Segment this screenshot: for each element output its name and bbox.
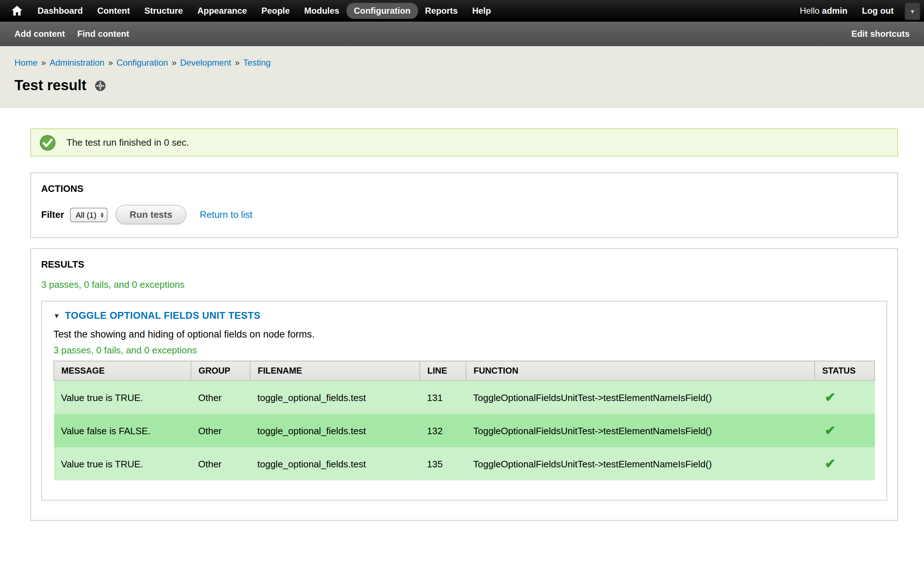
breadcrumb-separator: » bbox=[172, 58, 176, 68]
status-message: The test run finished in 0 sec. bbox=[30, 128, 898, 156]
select-down-arrow: ▼ bbox=[100, 215, 104, 218]
breadcrumb: Home»Administration»Configuration»Develo… bbox=[15, 58, 909, 68]
edit-shortcuts-link[interactable]: Edit shortcuts bbox=[851, 29, 909, 39]
results-table: MESSAGEGROUPFILENAMELINEFUNCTIONSTATUS V… bbox=[53, 361, 875, 480]
test-group-title[interactable]: TOGGLE OPTIONAL FIELDS UNIT TESTS bbox=[65, 310, 261, 321]
page-title-row: Test result bbox=[15, 77, 909, 94]
breadcrumb-link-configuration[interactable]: Configuration bbox=[116, 58, 168, 68]
toolbar-menu: DashboardContentStructureAppearancePeopl… bbox=[30, 3, 498, 19]
user-greeting: Hello admin bbox=[800, 6, 848, 16]
contextual-gear-icon[interactable] bbox=[94, 80, 106, 91]
cell-function: ToggleOptionalFieldsUnitTest->testElemen… bbox=[466, 414, 815, 447]
chevron-down-icon: ▾ bbox=[911, 8, 914, 15]
admin-toolbar: DashboardContentStructureAppearancePeopl… bbox=[0, 0, 924, 22]
toolbar-item-configuration[interactable]: Configuration bbox=[347, 3, 418, 19]
column-header-status: STATUS bbox=[815, 361, 874, 380]
cell-status: ✔ bbox=[815, 447, 874, 480]
greeting-prefix: Hello bbox=[800, 6, 820, 16]
select-arrows-icon: ▲▼ bbox=[100, 211, 104, 218]
shortcut-items: Add contentFind content bbox=[15, 29, 129, 39]
column-header-group: GROUP bbox=[191, 361, 250, 380]
filter-select-value: All (1) bbox=[76, 210, 96, 219]
page-header: Home»Administration»Configuration»Develo… bbox=[0, 46, 924, 108]
home-icon-glyph bbox=[11, 6, 22, 16]
table-row: Value false is FALSE.Othertoggle_optiona… bbox=[54, 414, 874, 447]
pass-check-icon: ✔ bbox=[825, 390, 835, 405]
breadcrumb-link-administration[interactable]: Administration bbox=[50, 58, 104, 68]
column-header-line: LINE bbox=[420, 361, 466, 380]
toolbar-toggle-button[interactable]: ▾ bbox=[905, 2, 921, 20]
cell-line: 131 bbox=[420, 380, 466, 414]
toolbar-item-content[interactable]: Content bbox=[90, 3, 137, 19]
breadcrumb-separator: » bbox=[108, 58, 113, 68]
cell-group: Other bbox=[191, 380, 250, 414]
test-group-header: ▼ TOGGLE OPTIONAL FIELDS UNIT TESTS bbox=[53, 310, 875, 321]
breadcrumb-link-home[interactable]: Home bbox=[15, 58, 37, 68]
breadcrumb-link-testing[interactable]: Testing bbox=[243, 58, 271, 68]
actions-legend: ACTIONS bbox=[41, 183, 887, 194]
toolbar-item-appearance[interactable]: Appearance bbox=[190, 3, 254, 19]
filter-label: Filter bbox=[41, 209, 64, 220]
cell-group: Other bbox=[191, 447, 250, 480]
cell-function: ToggleOptionalFieldsUnitTest->testElemen… bbox=[466, 447, 815, 480]
pass-check-icon: ✔ bbox=[825, 423, 835, 438]
toolbar-item-people[interactable]: People bbox=[254, 3, 297, 19]
home-icon[interactable] bbox=[7, 0, 26, 22]
results-legend: RESULTS bbox=[41, 259, 887, 270]
toolbar-item-reports[interactable]: Reports bbox=[418, 3, 465, 19]
page-title: Test result bbox=[15, 77, 86, 94]
breadcrumb-separator: » bbox=[234, 58, 239, 68]
gear-icon-glyph bbox=[94, 80, 106, 91]
run-tests-button[interactable]: Run tests bbox=[116, 205, 186, 224]
column-header-message: MESSAGE bbox=[54, 361, 191, 380]
content: The test run finished in 0 sec. ACTIONS … bbox=[0, 108, 924, 521]
test-group-panel: ▼ TOGGLE OPTIONAL FIELDS UNIT TESTS Test… bbox=[41, 301, 887, 501]
cell-message: Value true is TRUE. bbox=[54, 447, 191, 480]
shortcut-item-add-content[interactable]: Add content bbox=[15, 29, 65, 39]
cell-message: Value false is FALSE. bbox=[54, 414, 191, 447]
cell-status: ✔ bbox=[815, 414, 874, 447]
cell-status: ✔ bbox=[815, 380, 874, 414]
table-row: Value true is TRUE.Othertoggle_optional_… bbox=[54, 380, 874, 414]
table-body: Value true is TRUE.Othertoggle_optional_… bbox=[54, 380, 874, 480]
toolbar-item-modules[interactable]: Modules bbox=[297, 3, 347, 19]
breadcrumb-link-development[interactable]: Development bbox=[180, 58, 231, 68]
table-row: Value true is TRUE.Othertoggle_optional_… bbox=[54, 447, 874, 480]
cell-group: Other bbox=[191, 414, 250, 447]
toolbar-item-dashboard[interactable]: Dashboard bbox=[30, 3, 90, 19]
shortcut-item-find-content[interactable]: Find content bbox=[77, 29, 129, 39]
shortcut-bar: Add contentFind content Edit shortcuts bbox=[0, 22, 924, 46]
username: admin bbox=[822, 6, 848, 16]
actions-row: Filter All (1) ▲▼ Run tests Return to li… bbox=[41, 205, 887, 224]
toolbar-item-help[interactable]: Help bbox=[465, 3, 498, 19]
column-header-function: FUNCTION bbox=[466, 361, 815, 380]
filter-select[interactable]: All (1) ▲▼ bbox=[70, 207, 108, 222]
results-summary: 3 passes, 0 fails, and 0 exceptions bbox=[41, 279, 887, 290]
column-header-filename: FILENAME bbox=[250, 361, 420, 380]
table-header-row: MESSAGEGROUPFILENAMELINEFUNCTIONSTATUS bbox=[54, 361, 874, 380]
cell-function: ToggleOptionalFieldsUnitTest->testElemen… bbox=[466, 380, 815, 414]
cell-line: 135 bbox=[420, 447, 466, 480]
return-to-list-link[interactable]: Return to list bbox=[200, 209, 252, 220]
cell-filename: toggle_optional_fields.test bbox=[250, 380, 420, 414]
test-group-summary: 3 passes, 0 fails, and 0 exceptions bbox=[53, 345, 875, 356]
actions-panel: ACTIONS Filter All (1) ▲▼ Run tests Retu… bbox=[30, 172, 898, 238]
pass-check-icon: ✔ bbox=[825, 456, 835, 471]
cell-message: Value true is TRUE. bbox=[54, 380, 191, 414]
status-check-icon bbox=[40, 134, 56, 150]
breadcrumb-separator: » bbox=[41, 58, 46, 68]
cell-filename: toggle_optional_fields.test bbox=[250, 447, 420, 480]
collapse-arrow-icon[interactable]: ▼ bbox=[53, 312, 60, 319]
logout-link[interactable]: Log out bbox=[862, 3, 894, 19]
test-group-description: Test the showing and hiding of optional … bbox=[53, 329, 875, 340]
status-message-text: The test run finished in 0 sec. bbox=[66, 137, 189, 148]
results-panel: RESULTS 3 passes, 0 fails, and 0 excepti… bbox=[30, 248, 898, 521]
cell-filename: toggle_optional_fields.test bbox=[250, 414, 420, 447]
cell-line: 132 bbox=[420, 414, 466, 447]
toolbar-item-structure[interactable]: Structure bbox=[137, 3, 190, 19]
page: DashboardContentStructureAppearancePeopl… bbox=[0, 0, 924, 577]
